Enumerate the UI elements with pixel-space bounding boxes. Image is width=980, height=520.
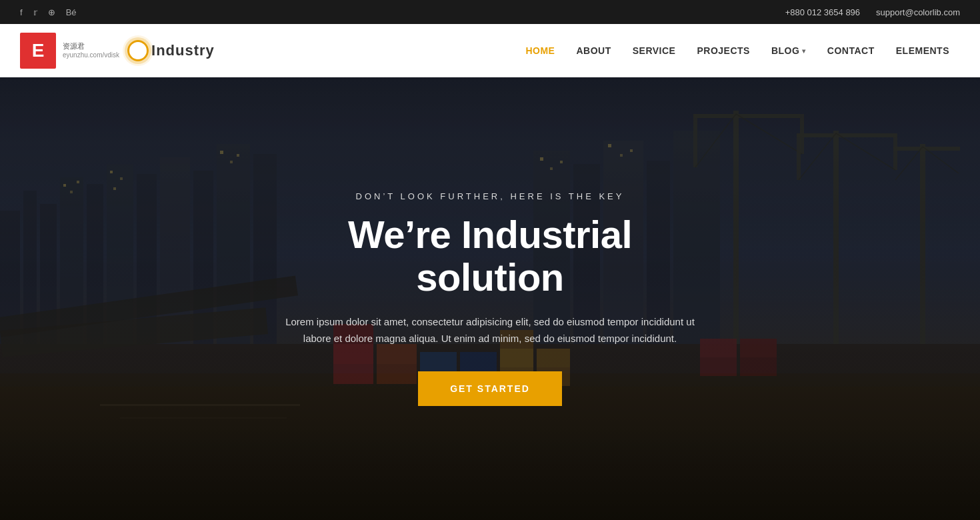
nav-blog[interactable]: BLOG ▾ [761,24,817,77]
nav-projects[interactable]: PROJECTS [686,24,760,77]
industry-label: Industry [151,42,215,59]
hero-subtitle: DON’T LOOK FURTHER, HERE IS THE KEY [270,191,710,201]
nav-contact[interactable]: CONTACT [817,24,885,77]
logo-box: E [20,33,56,69]
nav-home[interactable]: HOME [515,24,565,77]
globe-icon[interactable]: ⊕ [48,7,55,17]
nav-elements[interactable]: ELEMENTS [885,24,960,77]
twitter-icon[interactable]: 𝕣 [33,7,37,17]
hero-description: Lorem ipsum dolor sit amet, consectetur … [280,313,700,347]
header: E 资源君 eyunzhu.com/vdisk Industry HOME AB… [0,24,980,77]
facebook-icon[interactable]: f [20,7,23,17]
contact-info: +880 012 3654 896 support@colorlib.com [785,7,960,17]
blog-dropdown-arrow: ▾ [802,47,806,55]
topbar: f 𝕣 ⊕ Bé +880 012 3654 896 support@color… [0,0,980,24]
main-nav: HOME ABOUT SERVICE PROJECTS BLOG ▾ CONTA… [515,24,960,77]
logo-area: E 资源君 eyunzhu.com/vdisk Industry [20,33,215,69]
logo-chinese: 资源君 [63,42,119,51]
hero-section: DON’T LOOK FURTHER, HERE IS THE KEY We’r… [0,77,980,520]
hero-title: We’re Industrial solution [270,213,710,299]
phone-number: +880 012 3654 896 [785,7,860,17]
email-link[interactable]: support@colorlib.com [876,7,960,17]
hero-content: DON’T LOOK FURTHER, HERE IS THE KEY We’r… [257,191,723,406]
nav-about[interactable]: ABOUT [565,24,621,77]
logo-url: eyunzhu.com/vdisk [63,51,119,59]
logo-letter: E [32,40,45,61]
nav-service[interactable]: SERVICE [622,24,687,77]
radio-waves-icon [129,41,147,60]
behance-icon[interactable]: Bé [66,7,77,17]
brand-area: Industry [129,41,215,60]
blog-label: BLOG [771,45,799,56]
logo-text: 资源君 eyunzhu.com/vdisk [63,42,119,59]
social-links: f 𝕣 ⊕ Bé [20,7,77,17]
get-started-button[interactable]: GET STARTED [418,371,562,406]
